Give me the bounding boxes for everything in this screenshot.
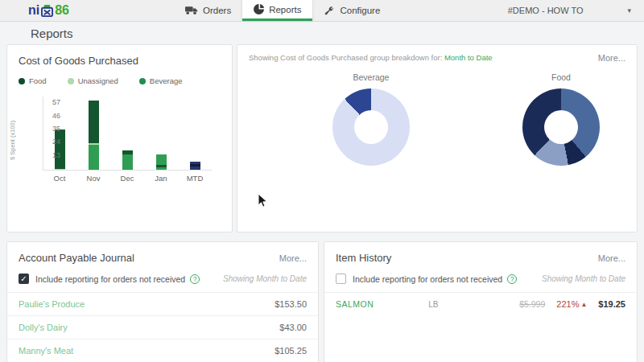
vendor-row: Paulie's Produce$153.50	[7, 292, 318, 315]
item-new-price: $19.25	[598, 299, 625, 309]
ap-filter-row: ✓ Include reporting for orders not recei…	[7, 264, 318, 287]
cogs-card: Cost of Goods Purchased FoodUnassignedBe…	[6, 44, 233, 232]
cogs-legend: FoodUnassignedBeverage	[7, 68, 232, 85]
x-tick-label: Oct	[47, 174, 72, 183]
vendor-name-link[interactable]: Paulie's Produce	[19, 299, 85, 309]
mouse-cursor-icon	[258, 193, 269, 209]
vendor-amount: $105.25	[275, 346, 307, 356]
page-title: Reports	[31, 27, 73, 40]
item-old-price: $5.999	[519, 299, 545, 309]
truck-icon	[185, 6, 198, 15]
breakdown-more-link[interactable]: More...	[598, 53, 625, 63]
tab-orders-label: Orders	[203, 6, 231, 15]
ih-filter-checkbox[interactable]	[336, 274, 346, 284]
app-logo[interactable]: ni 86	[0, 0, 69, 21]
x-tick-label: Nov	[81, 174, 105, 183]
bar-segment	[55, 130, 65, 169]
food-donut-block: Food	[497, 72, 625, 166]
bar-nov[interactable]	[89, 101, 99, 170]
bar-segment	[190, 167, 200, 170]
bar-segment	[55, 169, 65, 170]
logo-box-icon	[41, 5, 53, 17]
top-row: Cost of Goods Purchased FoodUnassignedBe…	[6, 44, 638, 232]
food-donut-chart[interactable]	[522, 88, 600, 166]
ap-more-link[interactable]: More...	[279, 253, 307, 263]
bar-plot-area	[43, 97, 212, 171]
vendor-row: Dolly's Dairy$43.00	[7, 315, 318, 339]
donut-hole	[354, 110, 388, 144]
bar-oct[interactable]	[55, 130, 65, 170]
cogs-bar-chart: $ Spent (x100) 1324354657 OctNovDecJanMT…	[7, 88, 232, 211]
account-label: #DEMO - HOW TO	[508, 6, 584, 15]
legend-dot-icon	[19, 78, 25, 84]
bar-plot	[43, 97, 212, 170]
help-icon[interactable]: ?	[507, 274, 517, 284]
beverage-donut-title: Beverage	[307, 72, 436, 82]
bottom-row: Account Payable Journal More... ✓ Includ…	[6, 241, 638, 362]
ap-rows: Paulie's Produce$153.50Dolly's Dairy$43.…	[7, 292, 318, 362]
vendor-amount: $153.50	[275, 299, 307, 309]
ih-card-title: Item History	[336, 252, 391, 264]
vendor-amount: $43.00	[279, 323, 307, 332]
ap-card-title: Account Payable Journal	[19, 252, 134, 264]
donut-hole	[544, 110, 578, 144]
beverage-donut-chart[interactable]	[332, 88, 410, 166]
vendor-name-link[interactable]: Dolly's Dairy	[19, 323, 68, 332]
item-name-link[interactable]: SALMON	[336, 299, 428, 309]
chevron-down-icon: ▾	[627, 6, 631, 14]
legend-item: Beverage	[139, 76, 183, 85]
help-icon[interactable]: ?	[190, 274, 200, 284]
nav-tabs: Orders Reports Configure	[174, 0, 391, 21]
bar-segment	[156, 167, 167, 170]
tab-configure-label: Configure	[340, 6, 380, 15]
cogs-card-title: Cost of Goods Purchased	[7, 45, 232, 68]
item-unit: LB	[428, 300, 519, 309]
top-nav-bar: ni 86 Orders Reports	[0, 0, 644, 22]
y-tick-label: 57	[44, 98, 60, 106]
ap-filter-label: Include reporting for orders not receive…	[35, 274, 185, 284]
vendor-row: Manny's Meat$105.25	[7, 339, 318, 362]
bar-segment	[122, 154, 133, 170]
bar-jan[interactable]	[156, 154, 167, 170]
legend-dot-icon	[139, 78, 146, 84]
bar-segment	[89, 145, 99, 170]
x-axis-labels: OctNovDecJanMTD	[43, 174, 212, 183]
legend-label: Food	[29, 76, 47, 85]
accounts-payable-card: Account Payable Journal More... ✓ Includ…	[6, 241, 319, 362]
bar-dec[interactable]	[122, 150, 133, 170]
legend-dot-icon	[68, 78, 74, 84]
breakdown-showing-prefix: Showing Cost of Goods Purchased group br…	[249, 53, 442, 62]
item-change-pct: 221%	[556, 299, 579, 309]
y-axis-label: $ Spent (x100)	[9, 103, 19, 177]
x-tick-label: MTD	[183, 174, 207, 183]
logo-text-suffix: 86	[55, 3, 69, 18]
y-tick-label: 35	[44, 125, 60, 133]
price-up-icon: ▲	[580, 301, 587, 308]
item-history-card: Item History More... Include reporting f…	[324, 241, 638, 362]
bar-mtd[interactable]	[190, 162, 200, 170]
legend-label: Unassigned	[78, 76, 118, 85]
x-tick-label: Dec	[115, 174, 139, 183]
ih-rows: SALMONLB$5.999221%▲$19.25	[324, 292, 637, 315]
vendor-name-link[interactable]: Manny's Meat	[19, 346, 73, 356]
legend-item: Unassigned	[68, 76, 118, 85]
pie-chart-icon	[254, 4, 264, 14]
breakdown-period-link[interactable]: Month to Date	[444, 53, 493, 62]
y-tick-label: 46	[44, 112, 60, 120]
breakdown-showing-text: Showing Cost of Goods Purchased group br…	[249, 53, 493, 63]
account-switcher[interactable]: #DEMO - HOW TO ▾	[508, 0, 644, 21]
logo-text-prefix: ni	[28, 3, 39, 18]
ap-showing-label: Showing Month to Date	[223, 274, 307, 283]
y-tick-label: 24	[44, 138, 60, 146]
food-donut-title: Food	[497, 72, 625, 82]
ih-more-link[interactable]: More...	[598, 253, 625, 263]
tab-reports[interactable]: Reports	[242, 0, 312, 21]
item-row: SALMONLB$5.999221%▲$19.25	[324, 292, 637, 315]
bar-segment	[156, 154, 167, 165]
ap-filter-checkbox[interactable]: ✓	[19, 274, 29, 284]
beverage-donut-block: Beverage	[307, 72, 436, 166]
tab-configure[interactable]: Configure	[312, 0, 391, 21]
x-tick-label: Jan	[149, 174, 173, 183]
tab-orders[interactable]: Orders	[174, 0, 242, 21]
ih-showing-label: Showing Month to Date	[542, 274, 625, 283]
